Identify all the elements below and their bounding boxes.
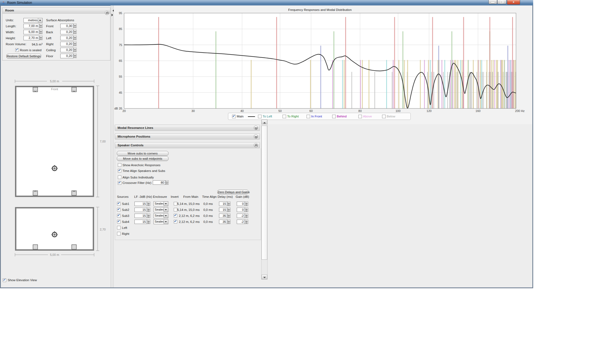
- crossover-frequency-stepper[interactable]: [165, 180, 169, 185]
- scroll-up-button[interactable]: [262, 120, 267, 124]
- section-chevron-modal-resonance-lines-icon[interactable]: [254, 126, 258, 130]
- dimension-field-1[interactable]: 7,00 m: [23, 24, 39, 28]
- sub-speaker-left-icon[interactable]: [33, 191, 38, 195]
- enclosure-select-sub1-dropdown-arrow-icon[interactable]: [164, 202, 168, 206]
- absorption-stepper-back[interactable]: [73, 30, 77, 34]
- sub-elevation-left-icon[interactable]: [33, 245, 38, 249]
- source-enable-checkbox-left[interactable]: [117, 226, 121, 229]
- delay-stepper-sub1[interactable]: [227, 202, 230, 206]
- absorption-stepper-right[interactable]: [73, 42, 77, 46]
- absorption-field-ceiling[interactable]: 0,20: [60, 48, 73, 52]
- absorption-field-floor[interactable]: 0,20: [60, 54, 73, 58]
- main-speaker-left-icon[interactable]: [33, 87, 38, 92]
- titlebar[interactable]: Room Simulation x: [0, 0, 533, 6]
- enclosure-select-sub2[interactable]: Sealed: [154, 207, 168, 212]
- lf-field-sub3[interactable]: 15: [134, 214, 147, 218]
- show-anechoic-responses-checkbox[interactable]: [118, 163, 121, 167]
- dimension-stepper-2[interactable]: [39, 30, 43, 34]
- move-subs-midpoints-button[interactable]: Move subs to wall midpoints: [117, 156, 169, 161]
- delay-stepper-sub4[interactable]: [227, 220, 230, 224]
- source-enable-checkbox-sub2[interactable]: [117, 208, 121, 211]
- absorption-field-back[interactable]: 0,20: [60, 30, 73, 34]
- delay-stepper-sub3[interactable]: [227, 214, 230, 218]
- show-elevation-checkbox[interactable]: [3, 278, 6, 282]
- time-align-speakers-and-subs-checkbox[interactable]: [118, 169, 121, 172]
- absorption-field-right[interactable]: 0,20: [60, 42, 73, 46]
- close-button[interactable]: x: [507, 0, 520, 5]
- room-panel-collapse-icon[interactable]: [105, 11, 109, 15]
- legend-checkbox-in-front[interactable]: [307, 115, 310, 118]
- scrollbar-thumb[interactable]: [262, 126, 267, 260]
- absorption-field-front[interactable]: 0,30: [60, 24, 73, 28]
- enclosure-select-sub3-dropdown-arrow-icon[interactable]: [164, 214, 168, 218]
- main-speaker-right-icon[interactable]: [72, 87, 76, 92]
- enclosure-select-sub4[interactable]: Sealed: [154, 219, 168, 224]
- section-chevron-microphone-positions-icon[interactable]: [254, 134, 258, 139]
- absorption-stepper-floor[interactable]: [73, 54, 77, 58]
- gain-stepper-sub4[interactable]: [245, 220, 248, 224]
- section-chevron-speaker-controls-icon[interactable]: [254, 143, 258, 147]
- units-select-dropdown-arrow-icon[interactable]: [38, 18, 42, 22]
- legend-checkbox-main[interactable]: [232, 115, 236, 118]
- scroll-down-button[interactable]: [262, 275, 267, 279]
- panel-scrollbar[interactable]: [261, 119, 268, 280]
- dimension-field-3[interactable]: 2,70 m: [23, 36, 39, 40]
- dimension-stepper-3[interactable]: [39, 36, 43, 40]
- zero-delays-gains-button[interactable]: Zero Delays and Gains: [217, 190, 248, 194]
- absorption-stepper-front[interactable]: [73, 24, 77, 28]
- restore-button[interactable]: [497, 0, 506, 4]
- room-sealed-checkbox[interactable]: [15, 48, 19, 52]
- room-panel-header[interactable]: Room: [2, 8, 110, 14]
- section-header-microphone-positions[interactable]: Microphone Positions: [115, 134, 260, 139]
- gain-stepper-sub3[interactable]: [245, 214, 248, 218]
- delay-field-sub4[interactable]: 35: [219, 220, 227, 224]
- lf-field-sub4[interactable]: 15: [134, 220, 147, 224]
- delay-stepper-sub2[interactable]: [227, 208, 230, 212]
- restore-defaults-button[interactable]: Restore Default Settings: [6, 54, 41, 59]
- gain-field-sub3[interactable]: -2: [237, 214, 245, 218]
- gain-field-sub1[interactable]: 0: [237, 202, 245, 206]
- enclosure-select-sub3[interactable]: Sealed: [154, 213, 168, 218]
- delay-field-sub3[interactable]: 35: [219, 214, 227, 218]
- lf-field-sub2[interactable]: 15: [134, 208, 147, 212]
- delay-field-sub2[interactable]: 15: [219, 208, 227, 212]
- sub-elevation-right-icon[interactable]: [72, 245, 76, 249]
- legend-checkbox-below[interactable]: [382, 115, 386, 118]
- dimension-field-2[interactable]: 5,00 m: [23, 30, 39, 34]
- align-subs-individually-checkbox[interactable]: [118, 175, 121, 179]
- absorption-stepper-ceiling[interactable]: [73, 48, 77, 52]
- legend-checkbox-behind[interactable]: [332, 115, 336, 118]
- move-subs-corners-button[interactable]: Move subs to corners: [117, 151, 169, 156]
- section-header-speaker-controls[interactable]: Speaker Controls: [115, 142, 260, 148]
- crossover-filter-checkbox[interactable]: [118, 181, 121, 185]
- source-enable-checkbox-sub4[interactable]: [117, 220, 121, 223]
- gain-stepper-sub1[interactable]: [245, 202, 248, 206]
- units-select[interactable]: metres: [23, 18, 43, 23]
- split-divider[interactable]: [110, 5, 114, 287]
- legend-checkbox-to-right[interactable]: [283, 115, 286, 118]
- lf-stepper-sub1[interactable]: [147, 202, 150, 206]
- dimension-stepper-1[interactable]: [39, 24, 43, 28]
- legend-checkbox-to-left[interactable]: [258, 115, 262, 118]
- crossover-frequency-field[interactable]: 80: [153, 180, 165, 185]
- lf-stepper-sub2[interactable]: [147, 208, 150, 212]
- lf-stepper-sub4[interactable]: [147, 220, 150, 224]
- gain-field-sub4[interactable]: -2: [237, 220, 245, 224]
- lf-field-sub1[interactable]: 15: [134, 202, 147, 206]
- absorption-field-left[interactable]: 0,20: [60, 36, 73, 40]
- enclosure-select-sub4-dropdown-arrow-icon[interactable]: [164, 220, 168, 224]
- enclosure-select-sub2-dropdown-arrow-icon[interactable]: [164, 208, 168, 212]
- source-enable-checkbox-sub3[interactable]: [117, 214, 121, 217]
- delay-field-sub1[interactable]: 15: [219, 202, 227, 206]
- sub-speaker-right-icon[interactable]: [72, 191, 76, 195]
- lf-stepper-sub3[interactable]: [147, 214, 150, 218]
- source-enable-checkbox-right[interactable]: [117, 232, 121, 235]
- gain-field-sub2[interactable]: 0: [237, 208, 245, 212]
- source-enable-checkbox-sub1[interactable]: [117, 202, 121, 205]
- gain-stepper-sub2[interactable]: [245, 208, 248, 212]
- legend-checkbox-above[interactable]: [358, 115, 362, 118]
- minimize-button[interactable]: [488, 0, 497, 4]
- enclosure-select-sub1[interactable]: Sealed: [154, 201, 168, 206]
- section-header-modal-resonance-lines[interactable]: Modal Resonance Lines: [115, 125, 260, 131]
- absorption-stepper-left[interactable]: [73, 36, 77, 40]
